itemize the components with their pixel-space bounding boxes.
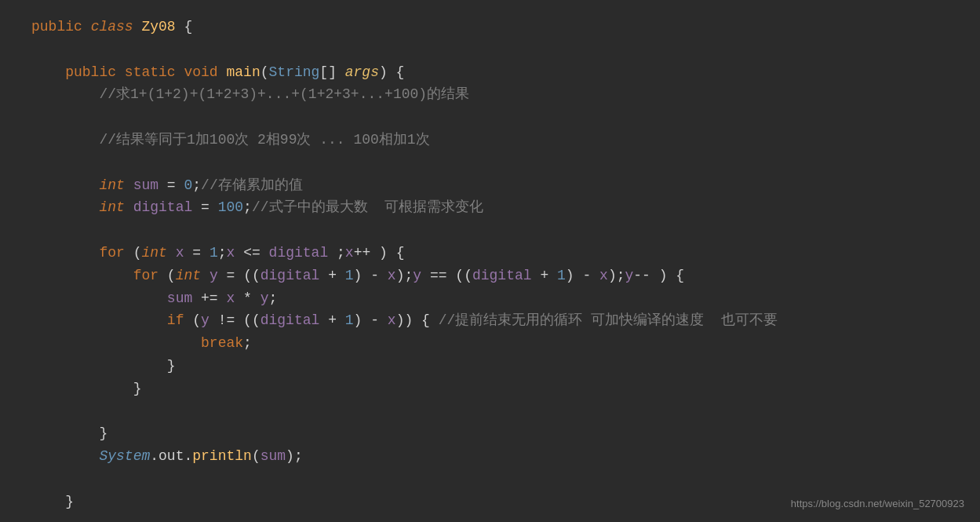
- line-11: for (int x = 1;x <= digital ;x++ ) {: [31, 242, 949, 265]
- line-14: if (y != ((digital + 1) - x)) { //提前结束无用…: [31, 309, 949, 332]
- line-16: }: [31, 355, 949, 378]
- watermark: https://blog.csdn.net/weixin_52700923: [791, 496, 964, 513]
- line-8: int sum = 0;//存储累加的值: [31, 174, 949, 197]
- code-block: public class Zy08 { public static void m…: [0, 0, 980, 522]
- line-15: break;: [31, 332, 949, 355]
- line-21: [31, 468, 949, 491]
- line-5: [31, 106, 949, 129]
- line-18: [31, 400, 949, 423]
- line-10: [31, 219, 949, 242]
- line-12: for (int y = ((digital + 1) - x);y == ((…: [31, 265, 949, 287]
- line-4: //求1+(1+2)+(1+2+3)+...+(1+2+3+...+100)的结…: [31, 83, 949, 106]
- line-2: [31, 38, 949, 61]
- line-3: public static void main(String[] args) {: [31, 61, 949, 84]
- line-20: System.out.println(sum);: [31, 445, 949, 468]
- line-9: int digital = 100;//式子中的最大数 可根据需求变化: [31, 196, 949, 219]
- line-23: [31, 513, 949, 522]
- line-19: }: [31, 422, 949, 445]
- line-7: [31, 151, 949, 174]
- line-17: }: [31, 378, 949, 400]
- line-13: sum += x * y;: [31, 287, 949, 310]
- line-1: public class Zy08 {: [31, 16, 949, 38]
- line-6: //结果等同于1加100次 2相99次 ... 100相加1次: [31, 129, 949, 151]
